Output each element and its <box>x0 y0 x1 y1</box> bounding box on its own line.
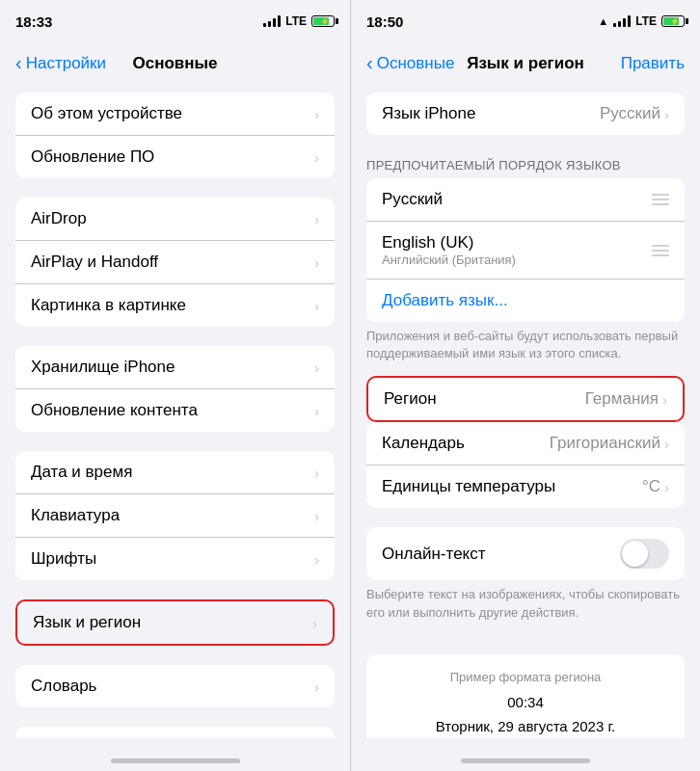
lang-ru-stack: Русский <box>382 190 443 209</box>
bg-update-row[interactable]: Обновление контента › <box>15 389 335 432</box>
keyboard-row[interactable]: Клавиатура › <box>15 494 335 538</box>
format-title: Пример формата региона <box>382 670 669 684</box>
online-text-toggle[interactable] <box>620 539 669 569</box>
about-label: Об этом устройстве <box>31 104 182 123</box>
right-bolt-icon: ⚡ <box>670 17 680 26</box>
pip-label: Картинка в картинке <box>31 296 186 315</box>
left-home-bar <box>0 738 350 771</box>
airdrop-row[interactable]: AirDrop › <box>15 198 335 241</box>
format-example-card: Пример формата региона 00:34 Вторник, 29… <box>366 654 685 738</box>
right-group-calendar: Календарь Григорианский › Единицы темпер… <box>351 422 700 508</box>
left-back-button[interactable]: ‹ Настройки <box>15 53 106 74</box>
add-language-row[interactable]: Добавить язык... <box>366 279 685 322</box>
left-time: 18:33 <box>15 13 52 30</box>
lang-en-item[interactable]: English (UK) Английский (Британия) <box>366 222 685 279</box>
right-action-button[interactable]: Править <box>621 54 685 73</box>
left-nav-bar: ‹ Настройки Основные <box>0 42 350 85</box>
datetime-chevron-icon: › <box>314 465 319 481</box>
format-date: Вторник, 29 августа 2023 г. <box>382 714 669 738</box>
right-calendar-card: Календарь Григорианский › Единицы темпер… <box>366 422 685 508</box>
language-right: › <box>312 615 317 631</box>
left-signal-icon <box>263 15 281 27</box>
right-online-card: Онлайн-текст <box>366 527 685 580</box>
temperature-row[interactable]: Единицы температуры °C › <box>366 465 685 508</box>
airdrop-label: AirDrop <box>31 209 87 228</box>
lang-ru-reorder-icon <box>652 194 669 205</box>
right-nav-title: Язык и регион <box>467 54 584 73</box>
dictionary-row[interactable]: Словарь › <box>15 665 335 707</box>
left-card-2: AirDrop › AirPlay и Handoff › Картинка в… <box>15 198 335 327</box>
fonts-row[interactable]: Шрифты › <box>15 538 335 580</box>
right-lte-icon: LTE <box>635 14 657 28</box>
right-signal-icon <box>613 15 631 27</box>
pip-row[interactable]: Картинка в картинке › <box>15 284 335 327</box>
left-phone-panel: 18:33 LTE ⚡ ‹ Настройки Основные <box>0 0 350 771</box>
add-language-label: Добавить язык... <box>382 291 508 310</box>
lang-en-stack: English (UK) Английский (Британия) <box>382 233 516 267</box>
temperature-label: Единицы температуры <box>382 477 555 496</box>
update-row[interactable]: Обновление ПО › <box>15 136 335 178</box>
right-home-indicator <box>461 758 590 763</box>
dictionary-right: › <box>314 678 319 695</box>
fonts-chevron-icon: › <box>314 551 319 568</box>
left-card-4: Дата и время › Клавиатура › Шрифты › <box>15 451 335 580</box>
online-text-row[interactable]: Онлайн-текст <box>366 527 685 580</box>
temperature-value: °C <box>642 477 660 496</box>
temperature-chevron-icon: › <box>664 479 669 495</box>
airplay-row[interactable]: AirPlay и Handoff › <box>15 241 335 284</box>
calendar-label: Календарь <box>382 434 465 453</box>
left-card-6: Словарь › <box>15 665 335 707</box>
update-right: › <box>314 149 319 166</box>
right-battery-icon: ⚡ <box>661 15 685 27</box>
left-battery-icon: ⚡ <box>311 15 335 27</box>
right-group-language: Язык iPhone Русский › <box>351 93 700 135</box>
right-status-icons: ▲ LTE ⚡ <box>598 14 685 28</box>
calendar-row[interactable]: Календарь Григорианский › <box>366 422 685 465</box>
about-row[interactable]: Об этом устройстве › <box>15 93 335 136</box>
left-group-1: Об этом устройстве › Обновление ПО › <box>0 93 350 178</box>
keyboard-label: Клавиатура <box>31 506 120 525</box>
iphone-language-chevron-icon: › <box>664 106 669 122</box>
right-lang-card: Язык iPhone Русский › <box>366 93 685 135</box>
lang-ru-primary: Русский <box>382 190 443 209</box>
iphone-language-row[interactable]: Язык iPhone Русский › <box>366 93 685 135</box>
lang-en-primary: English (UK) <box>382 233 516 253</box>
lang-ru-item[interactable]: Русский <box>366 178 685 222</box>
temperature-right: °C › <box>642 477 669 496</box>
airdrop-chevron-icon: › <box>314 211 319 227</box>
lang-en-secondary: Английский (Британия) <box>382 253 516 267</box>
left-home-indicator <box>111 758 240 763</box>
left-content: Об этом устройстве › Обновление ПО › Air… <box>0 85 350 738</box>
datetime-label: Дата и время <box>31 463 132 482</box>
fonts-label: Шрифты <box>31 549 96 569</box>
bg-update-right: › <box>314 403 319 419</box>
storage-row[interactable]: Хранилище iPhone › <box>15 346 335 389</box>
calendar-chevron-icon: › <box>664 436 669 452</box>
right-status-bar: 18:50 ▲ LTE ⚡ <box>351 0 700 42</box>
airplay-right: › <box>314 254 319 271</box>
vpn-row[interactable]: VPN и управление устройством › <box>15 727 335 738</box>
language-row[interactable]: Язык и регион › <box>17 601 333 644</box>
storage-right: › <box>314 359 319 376</box>
calendar-right: Григорианский › <box>550 434 669 453</box>
left-card-1: Об этом устройстве › Обновление ПО › <box>15 93 335 178</box>
format-section: Пример формата региона 00:34 Вторник, 29… <box>366 654 685 738</box>
language-chevron-icon: › <box>312 615 317 631</box>
region-row[interactable]: Регион Германия › <box>368 378 683 420</box>
left-group-7: VPN и управление устройством › <box>0 727 350 738</box>
left-card-7: VPN и управление устройством › <box>15 727 335 738</box>
right-location-icon: ▲ <box>598 15 608 27</box>
right-back-button[interactable]: ‹ Основные <box>366 53 454 74</box>
dictionary-chevron-icon: › <box>314 678 319 695</box>
left-lte-icon: LTE <box>285 14 307 28</box>
left-back-chevron-icon: ‹ <box>15 52 22 74</box>
datetime-row[interactable]: Дата и время › <box>15 451 335 494</box>
left-nav-title: Основные <box>132 54 217 73</box>
iphone-language-right: Русский › <box>600 104 669 123</box>
left-status-icons: LTE ⚡ <box>263 14 335 28</box>
right-group-online: Онлайн-текст Выберите текст на изображен… <box>351 527 700 634</box>
region-highlighted-card: Регион Германия › <box>366 376 685 422</box>
left-group-5: Язык и регион › <box>0 599 350 646</box>
bg-update-chevron-icon: › <box>314 403 319 419</box>
right-time: 18:50 <box>366 13 403 30</box>
